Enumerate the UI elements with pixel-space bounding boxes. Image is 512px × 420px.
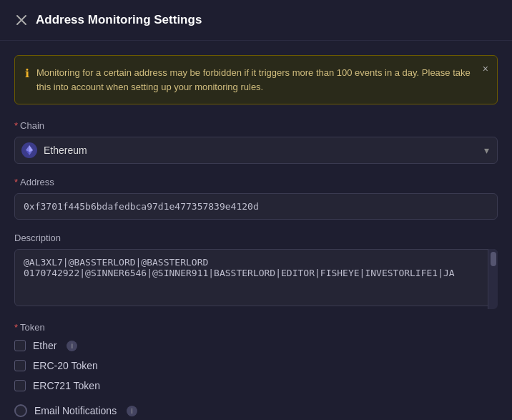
erc20-label: ERC-20 Token [33, 360, 98, 371]
email-notifications-info-icon[interactable]: i [127, 406, 137, 416]
email-notifications-field: Email Notifications i [14, 404, 498, 417]
close-button[interactable] [14, 13, 29, 27]
address-required-star: * [14, 177, 18, 187]
address-input[interactable] [14, 193, 498, 220]
description-textarea[interactable]: @AL3XL7|@BASSTERLORD|@BASSTERLORD 017074… [14, 249, 498, 306]
chain-required-star: * [14, 120, 18, 131]
description-field: Description @AL3XL7|@BASSTERLORD|@BASSTE… [14, 233, 498, 309]
modal-body: ℹ Monitoring for a certain address may b… [0, 41, 512, 420]
ethereum-chain-icon [21, 142, 37, 158]
ether-label: Ether [33, 340, 56, 351]
chain-select[interactable]: Ethereum Binance Smart Chain Polygon Ava… [14, 137, 498, 164]
token-options-list: Ether i ERC-20 Token ERC721 Token [14, 340, 498, 391]
erc20-checkbox[interactable] [14, 360, 26, 371]
address-label: *Address [14, 177, 498, 187]
alert-text: Monitoring for a certain address may be … [36, 66, 487, 94]
modal-title: Address Monitoring Settings [36, 13, 202, 27]
alert-close-button[interactable]: × [483, 63, 488, 74]
alert-icon: ℹ [25, 67, 29, 80]
address-monitoring-modal: Address Monitoring Settings ℹ Monitoring… [0, 0, 512, 420]
ether-info-icon[interactable]: i [67, 341, 77, 351]
erc721-label: ERC721 Token [33, 380, 100, 391]
chain-select-wrapper: Ethereum Binance Smart Chain Polygon Ava… [14, 137, 498, 164]
email-notifications-radio[interactable] [14, 404, 27, 417]
email-notifications-label: Email Notifications [34, 405, 117, 416]
address-field: *Address [14, 177, 498, 220]
token-field: *Token Ether i ERC-20 Token ERC721 Token [14, 322, 498, 391]
token-required-star: * [14, 322, 18, 333]
scroll-thumb [491, 252, 496, 266]
description-label: Description [14, 233, 498, 243]
chain-label: *Chain [14, 120, 498, 131]
token-option-erc721: ERC721 Token [14, 380, 498, 391]
ether-checkbox[interactable] [14, 340, 26, 351]
description-scrollbar[interactable] [488, 249, 498, 309]
token-option-erc20: ERC-20 Token [14, 360, 498, 371]
token-label: *Token [14, 322, 498, 333]
token-option-ether: Ether i [14, 340, 498, 351]
chain-field: *Chain Ethereum Binance Smart Chain Poly… [14, 120, 498, 164]
alert-banner: ℹ Monitoring for a certain address may b… [14, 55, 498, 104]
modal-header: Address Monitoring Settings [0, 0, 512, 41]
erc721-checkbox[interactable] [14, 380, 26, 391]
